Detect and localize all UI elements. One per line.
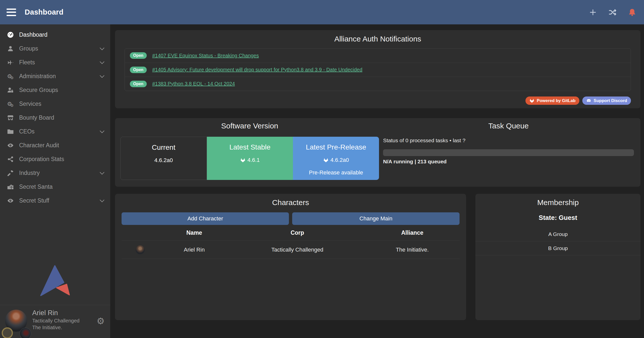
sidebar-item-secret-santa[interactable]: Secret Santa — [0, 180, 110, 194]
gears-icon: ⚙⚙ — [7, 74, 19, 79]
notification-row: Open #1383 Python 3.8 EOL - 14 Oct 2024 — [125, 77, 631, 91]
alliance-logo-badge — [20, 328, 31, 338]
task-queue-counts: N/A running | 213 queued — [383, 159, 634, 165]
eye-icon — [7, 142, 19, 149]
eye-icon — [7, 197, 19, 204]
version-current-box: Current 4.6.2a0 — [120, 137, 207, 180]
hammer-icon — [7, 170, 19, 176]
sidebar-item-services[interactable]: ⚙⚙ Services — [0, 97, 110, 111]
characters-title: Characters — [122, 194, 460, 207]
sidebar-menu: Dashboard Groups Fleets ⚙⚙ Administratio… — [0, 28, 110, 208]
sidebar-item-dashboard[interactable]: Dashboard — [0, 28, 110, 42]
status-badge: Open — [130, 81, 147, 87]
shuffle-icon[interactable] — [608, 8, 617, 17]
membership-state: State: Guest — [475, 214, 640, 222]
sidebar-item-administration[interactable]: ⚙⚙ Administration — [0, 69, 110, 83]
chevron-down-icon — [100, 198, 104, 202]
alliance-auth-logo — [40, 265, 70, 297]
user-lock-icon — [7, 87, 19, 93]
share-nodes-icon — [7, 156, 19, 163]
notifications-list: Open #1407 EVE Equinox Status - Breaking… — [125, 48, 631, 91]
character-portrait — [136, 245, 145, 254]
status-badge: Open — [130, 52, 147, 59]
sidebar-item-fleets[interactable]: Fleets — [0, 56, 110, 69]
chevron-down-icon — [100, 73, 104, 78]
system-status-panel: Software Version Current 4.6.2a0 Latest … — [115, 118, 640, 187]
chevron-down-icon — [100, 128, 104, 133]
list-item: A Group — [475, 227, 640, 241]
notifications-panel: Alliance Auth Notifications Open #1407 E… — [115, 30, 640, 108]
column-alliance: Alliance — [365, 229, 460, 236]
notification-link[interactable]: #1407 EVE Equinox Status - Breaking Chan… — [152, 53, 259, 59]
membership-title: Membership — [475, 194, 640, 207]
character-alliance: The Initiative. — [365, 247, 460, 253]
notifications-bell-icon[interactable] — [628, 8, 636, 17]
main-content: Alliance Auth Notifications Open #1407 E… — [110, 24, 644, 338]
notification-link[interactable]: #1405 Advisory: Future development will … — [152, 67, 362, 73]
top-navbar: Dashboard — [0, 0, 644, 24]
user-icon — [7, 45, 19, 52]
navbar-actions — [589, 8, 636, 17]
character-name: Ariel Rin — [159, 247, 230, 253]
sidebar-item-industry[interactable]: Industry — [0, 166, 110, 180]
task-queue-status: Status of 0 processed tasks • last ? — [383, 137, 634, 143]
chevron-down-icon — [100, 59, 104, 64]
notification-row: Open #1407 EVE Equinox Status - Breaking… — [125, 49, 631, 63]
plus-icon[interactable] — [589, 8, 597, 17]
sidebar: Dashboard Groups Fleets ⚙⚙ Administratio… — [0, 24, 110, 338]
menu-icon[interactable] — [7, 9, 16, 16]
software-version-section: Software Version Current 4.6.2a0 Latest … — [115, 118, 379, 187]
notifications-title: Alliance Auth Notifications — [121, 30, 634, 43]
discord-badge[interactable]: Support Discord — [582, 96, 631, 105]
characters-panel: Characters Add Character Change Main Nam… — [115, 194, 466, 320]
chevron-down-icon — [100, 170, 104, 174]
status-badge: Open — [130, 67, 147, 73]
version-prerelease-box: Latest Pre-Release 4.6.2a0 Pre-Release a… — [293, 137, 379, 180]
task-queue-section: Task Queue Status of 0 processed tasks •… — [379, 118, 640, 187]
gifts-icon — [7, 183, 19, 190]
gears-icon: ⚙⚙ — [7, 101, 19, 107]
task-queue-title: Task Queue — [383, 118, 634, 130]
storefront-icon — [7, 114, 19, 121]
discord-icon — [586, 98, 591, 103]
fighter-jet-icon — [7, 59, 19, 66]
gitlab-tanuki-icon — [323, 157, 329, 163]
sidebar-item-bounty-board[interactable]: Bounty Board — [0, 111, 110, 125]
sidebar-item-ceos[interactable]: CEOs — [0, 125, 110, 138]
gitlab-tanuki-icon — [529, 98, 535, 103]
sidebar-item-secure-groups[interactable]: Secure Groups — [0, 83, 110, 97]
corp-logo-badge — [2, 327, 13, 338]
software-version-title: Software Version — [120, 118, 379, 130]
column-corp: Corp — [230, 229, 365, 236]
tachometer-icon — [7, 31, 19, 38]
page-title: Dashboard — [25, 8, 63, 16]
notification-row: Open #1405 Advisory: Future development … — [125, 63, 631, 77]
chevron-down-icon — [100, 45, 104, 50]
add-character-button[interactable]: Add Character — [122, 212, 289, 225]
change-main-button[interactable]: Change Main — [292, 212, 460, 225]
sidebar-item-corporation-stats[interactable]: Corporation Stats — [0, 152, 110, 166]
settings-gear-icon[interactable]: ⚙ — [97, 317, 105, 326]
sidebar-user-panel: Ariel Rin Tactically Challenged The Init… — [0, 305, 110, 338]
gitlab-tanuki-icon — [240, 157, 246, 163]
notification-link[interactable]: #1383 Python 3.8 EOL - 14 Oct 2024 — [152, 81, 235, 87]
membership-groups: A Group B Group — [475, 227, 640, 255]
sidebar-item-character-audit[interactable]: Character Audit — [0, 138, 110, 152]
table-row: Ariel Rin Tactically Challenged The Init… — [122, 240, 460, 259]
sidebar-item-secret-stuff[interactable]: Secret Stuff — [0, 194, 110, 208]
gitlab-badge[interactable]: Powered by GitLab — [525, 96, 579, 105]
sidebar-item-groups[interactable]: Groups — [0, 42, 110, 56]
list-item: B Group — [475, 241, 640, 255]
task-queue-progress-bar — [383, 149, 634, 156]
membership-panel: Membership State: Guest A Group B Group — [475, 194, 640, 320]
characters-table-header: Name Corp Alliance — [122, 225, 460, 240]
column-name: Name — [159, 229, 230, 236]
character-corp: Tactically Challenged — [230, 247, 365, 253]
folder-icon — [7, 128, 19, 135]
version-stable-box: Latest Stable 4.6.1 — [207, 137, 293, 180]
